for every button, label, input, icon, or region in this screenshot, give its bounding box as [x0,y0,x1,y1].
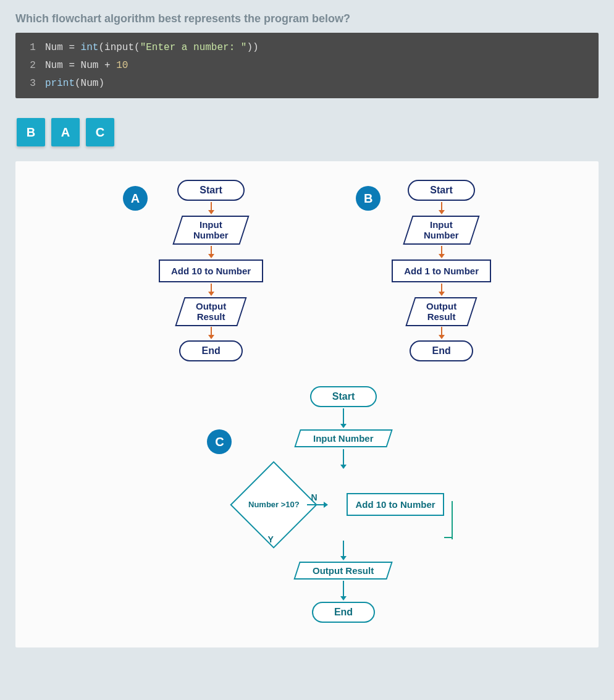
arrow-icon [343,541,344,558]
output-parallelogram: OutputResult [405,297,477,326]
flowchart-c: C Start Input Number Number >10? N Y Add… [207,386,444,623]
answer-card-a[interactable]: A [51,118,80,146]
option-badge-a: A [123,186,148,211]
code-text: print(Num) [45,75,104,93]
arrow-icon [441,246,442,256]
start-terminator: Start [408,180,474,201]
input-parallelogram: Input Number [294,429,392,447]
flowchart-a: A Start InputNumber Add 10 to Number Out… [123,180,263,361]
branch-label-n: N [311,492,317,502]
code-line-1: 1 Num = int(input("Enter a number: ")) [20,39,594,57]
arrow-icon [307,504,326,505]
output-parallelogram: Output Result [294,562,393,580]
process-rect: Add 10 to Number [159,259,263,282]
line-number: 3 [20,75,45,93]
process-rect: Add 10 to Number [347,493,444,516]
end-terminator: End [179,340,242,361]
decision-diamond: Number >10? [243,474,305,536]
end-terminator: End [410,340,473,361]
start-terminator: Start [310,386,377,407]
flowchart-b: B Start InputNumber Add 1 to Number Outp… [356,180,491,361]
decision-row: Number >10? N Y Add 10 to Number [243,470,444,539]
branch-label-y: Y [267,534,273,544]
code-line-2: 2 Num = Num + 10 [20,57,594,75]
arrow-icon [211,327,212,337]
answer-card-b[interactable]: B [17,118,45,146]
input-parallelogram: InputNumber [403,216,480,245]
loop-line [444,501,453,538]
input-parallelogram: InputNumber [173,216,250,245]
arrow-icon [441,284,442,293]
arrow-icon [441,327,442,337]
arrow-icon [211,246,212,256]
arrow-icon [343,408,344,426]
code-block: 1 Num = int(input("Enter a number: ")) 2… [15,33,599,98]
code-line-3: 3 print(Num) [20,75,594,93]
end-terminator: End [312,602,375,623]
answer-card-row: B A C [17,118,599,146]
loop-line [311,538,453,539]
diagram-area: A Start InputNumber Add 10 to Number Out… [15,161,599,647]
line-number: 1 [20,39,45,57]
arrow-icon [441,202,442,212]
arrow-icon [343,581,344,598]
arrow-icon [211,284,212,293]
option-badge-c: C [207,429,232,454]
process-rect: Add 1 to Number [392,259,491,282]
code-text: Num = int(input("Enter a number: ")) [45,39,259,57]
start-terminator: Start [177,180,244,201]
arrow-icon [211,202,212,212]
code-text: Num = Num + 10 [45,57,128,75]
question-text: Which flowchart algorithm best represent… [15,12,599,25]
arrow-icon [343,449,344,466]
output-parallelogram: OutputResult [175,297,246,326]
line-number: 2 [20,57,45,75]
answer-card-c[interactable]: C [86,118,114,146]
option-badge-b: B [356,186,381,211]
